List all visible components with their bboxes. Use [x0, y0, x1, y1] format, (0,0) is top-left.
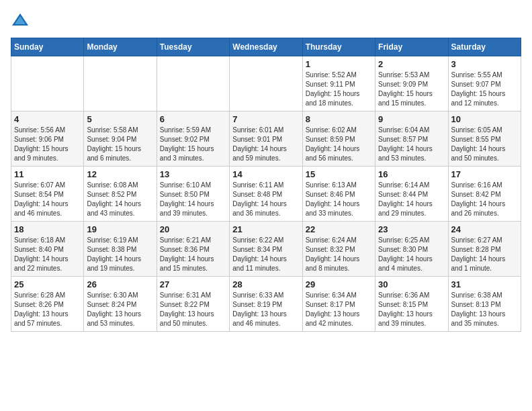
day-info-28: Sunrise: 6:33 AM Sunset: 8:19 PM Dayligh… — [232, 291, 299, 328]
day-info-6: Sunrise: 5:59 AM Sunset: 9:02 PM Dayligh… — [160, 126, 226, 163]
day-cell-15: 15Sunrise: 6:13 AM Sunset: 8:46 PM Dayli… — [302, 167, 375, 222]
page-header — [11, 11, 521, 30]
day-cell-10: 10Sunrise: 6:05 AM Sunset: 8:55 PM Dayli… — [448, 111, 521, 167]
empty-cell — [11, 56, 84, 111]
day-number-9: 9 — [378, 114, 445, 124]
day-info-10: Sunrise: 6:05 AM Sunset: 8:55 PM Dayligh… — [451, 126, 518, 163]
day-info-14: Sunrise: 6:11 AM Sunset: 8:48 PM Dayligh… — [232, 181, 299, 218]
day-cell-6: 6Sunrise: 5:59 AM Sunset: 9:02 PM Daylig… — [157, 111, 229, 167]
day-number-27: 27 — [160, 279, 226, 289]
day-info-3: Sunrise: 5:55 AM Sunset: 9:07 PM Dayligh… — [451, 71, 518, 108]
day-number-6: 6 — [160, 114, 226, 124]
day-info-26: Sunrise: 6:30 AM Sunset: 8:24 PM Dayligh… — [87, 291, 153, 328]
day-info-4: Sunrise: 5:56 AM Sunset: 9:06 PM Dayligh… — [14, 126, 81, 163]
day-cell-1: 1Sunrise: 5:52 AM Sunset: 9:11 PM Daylig… — [302, 56, 375, 111]
day-cell-16: 16Sunrise: 6:14 AM Sunset: 8:44 PM Dayli… — [375, 167, 448, 222]
day-number-4: 4 — [14, 114, 81, 124]
day-cell-24: 24Sunrise: 6:27 AM Sunset: 8:28 PM Dayli… — [448, 222, 521, 277]
day-cell-4: 4Sunrise: 5:56 AM Sunset: 9:06 PM Daylig… — [11, 111, 84, 167]
empty-cell — [84, 56, 157, 111]
day-cell-12: 12Sunrise: 6:08 AM Sunset: 8:52 PM Dayli… — [84, 167, 157, 222]
day-info-5: Sunrise: 5:58 AM Sunset: 9:04 PM Dayligh… — [87, 126, 153, 163]
day-info-22: Sunrise: 6:24 AM Sunset: 8:32 PM Dayligh… — [306, 236, 372, 273]
day-info-8: Sunrise: 6:02 AM Sunset: 8:59 PM Dayligh… — [306, 126, 372, 163]
day-number-13: 13 — [160, 169, 226, 179]
empty-cell — [157, 56, 229, 111]
day-number-2: 2 — [378, 59, 445, 69]
day-info-9: Sunrise: 6:04 AM Sunset: 8:57 PM Dayligh… — [378, 126, 445, 163]
day-number-14: 14 — [232, 169, 299, 179]
day-number-15: 15 — [306, 169, 372, 179]
day-info-12: Sunrise: 6:08 AM Sunset: 8:52 PM Dayligh… — [87, 181, 153, 218]
day-cell-3: 3Sunrise: 5:55 AM Sunset: 9:07 PM Daylig… — [448, 56, 521, 111]
day-number-5: 5 — [87, 114, 153, 124]
day-number-10: 10 — [451, 114, 518, 124]
weekday-header-monday: Monday — [84, 38, 157, 56]
day-number-3: 3 — [451, 59, 518, 69]
day-number-29: 29 — [306, 279, 372, 289]
day-cell-28: 28Sunrise: 6:33 AM Sunset: 8:19 PM Dayli… — [230, 277, 302, 332]
weekday-header-thursday: Thursday — [302, 38, 375, 56]
week-row-3: 11Sunrise: 6:07 AM Sunset: 8:54 PM Dayli… — [11, 167, 521, 222]
day-cell-27: 27Sunrise: 6:31 AM Sunset: 8:22 PM Dayli… — [157, 277, 229, 332]
day-info-1: Sunrise: 5:52 AM Sunset: 9:11 PM Dayligh… — [306, 71, 372, 108]
day-number-19: 19 — [87, 224, 153, 234]
day-number-17: 17 — [451, 169, 518, 179]
day-cell-18: 18Sunrise: 6:18 AM Sunset: 8:40 PM Dayli… — [11, 222, 84, 277]
day-number-22: 22 — [306, 224, 372, 234]
day-info-18: Sunrise: 6:18 AM Sunset: 8:40 PM Dayligh… — [14, 236, 81, 273]
day-cell-22: 22Sunrise: 6:24 AM Sunset: 8:32 PM Dayli… — [302, 222, 375, 277]
day-info-23: Sunrise: 6:25 AM Sunset: 8:30 PM Dayligh… — [378, 236, 445, 273]
day-cell-14: 14Sunrise: 6:11 AM Sunset: 8:48 PM Dayli… — [230, 167, 302, 222]
day-number-28: 28 — [232, 279, 299, 289]
week-row-5: 25Sunrise: 6:28 AM Sunset: 8:26 PM Dayli… — [11, 277, 521, 332]
day-info-21: Sunrise: 6:22 AM Sunset: 8:34 PM Dayligh… — [232, 236, 299, 273]
week-row-1: 1Sunrise: 5:52 AM Sunset: 9:11 PM Daylig… — [11, 56, 521, 111]
day-cell-17: 17Sunrise: 6:16 AM Sunset: 8:42 PM Dayli… — [448, 167, 521, 222]
day-cell-7: 7Sunrise: 6:01 AM Sunset: 9:01 PM Daylig… — [230, 111, 302, 167]
day-info-7: Sunrise: 6:01 AM Sunset: 9:01 PM Dayligh… — [232, 126, 299, 163]
day-cell-30: 30Sunrise: 6:36 AM Sunset: 8:15 PM Dayli… — [375, 277, 448, 332]
day-number-24: 24 — [451, 224, 518, 234]
logo-icon — [11, 11, 30, 30]
day-info-20: Sunrise: 6:21 AM Sunset: 8:36 PM Dayligh… — [160, 236, 226, 273]
day-cell-5: 5Sunrise: 5:58 AM Sunset: 9:04 PM Daylig… — [84, 111, 157, 167]
day-info-25: Sunrise: 6:28 AM Sunset: 8:26 PM Dayligh… — [14, 291, 81, 328]
week-row-2: 4Sunrise: 5:56 AM Sunset: 9:06 PM Daylig… — [11, 111, 521, 167]
day-cell-25: 25Sunrise: 6:28 AM Sunset: 8:26 PM Dayli… — [11, 277, 84, 332]
day-number-8: 8 — [306, 114, 372, 124]
day-number-1: 1 — [306, 59, 372, 69]
day-info-11: Sunrise: 6:07 AM Sunset: 8:54 PM Dayligh… — [14, 181, 81, 218]
empty-cell — [230, 56, 302, 111]
day-cell-20: 20Sunrise: 6:21 AM Sunset: 8:36 PM Dayli… — [157, 222, 229, 277]
weekday-header-sunday: Sunday — [11, 38, 84, 56]
day-number-11: 11 — [14, 169, 81, 179]
day-number-21: 21 — [232, 224, 299, 234]
day-number-26: 26 — [87, 279, 153, 289]
day-cell-26: 26Sunrise: 6:30 AM Sunset: 8:24 PM Dayli… — [84, 277, 157, 332]
day-number-18: 18 — [14, 224, 81, 234]
day-cell-19: 19Sunrise: 6:19 AM Sunset: 8:38 PM Dayli… — [84, 222, 157, 277]
day-cell-8: 8Sunrise: 6:02 AM Sunset: 8:59 PM Daylig… — [302, 111, 375, 167]
day-cell-21: 21Sunrise: 6:22 AM Sunset: 8:34 PM Dayli… — [230, 222, 302, 277]
logo — [11, 11, 32, 30]
day-number-7: 7 — [232, 114, 299, 124]
day-cell-9: 9Sunrise: 6:04 AM Sunset: 8:57 PM Daylig… — [375, 111, 448, 167]
day-info-27: Sunrise: 6:31 AM Sunset: 8:22 PM Dayligh… — [160, 291, 226, 328]
weekday-header-row: SundayMondayTuesdayWednesdayThursdayFrid… — [11, 38, 521, 56]
day-number-23: 23 — [378, 224, 445, 234]
weekday-header-friday: Friday — [375, 38, 448, 56]
weekday-header-wednesday: Wednesday — [230, 38, 302, 56]
day-cell-13: 13Sunrise: 6:10 AM Sunset: 8:50 PM Dayli… — [157, 167, 229, 222]
week-row-4: 18Sunrise: 6:18 AM Sunset: 8:40 PM Dayli… — [11, 222, 521, 277]
day-info-2: Sunrise: 5:53 AM Sunset: 9:09 PM Dayligh… — [378, 71, 445, 108]
day-cell-29: 29Sunrise: 6:34 AM Sunset: 8:17 PM Dayli… — [302, 277, 375, 332]
day-number-25: 25 — [14, 279, 81, 289]
day-info-24: Sunrise: 6:27 AM Sunset: 8:28 PM Dayligh… — [451, 236, 518, 273]
day-cell-2: 2Sunrise: 5:53 AM Sunset: 9:09 PM Daylig… — [375, 56, 448, 111]
day-cell-23: 23Sunrise: 6:25 AM Sunset: 8:30 PM Dayli… — [375, 222, 448, 277]
calendar-table: SundayMondayTuesdayWednesdayThursdayFrid… — [11, 38, 521, 332]
day-cell-31: 31Sunrise: 6:38 AM Sunset: 8:13 PM Dayli… — [448, 277, 521, 332]
day-number-20: 20 — [160, 224, 226, 234]
day-info-30: Sunrise: 6:36 AM Sunset: 8:15 PM Dayligh… — [378, 291, 445, 328]
